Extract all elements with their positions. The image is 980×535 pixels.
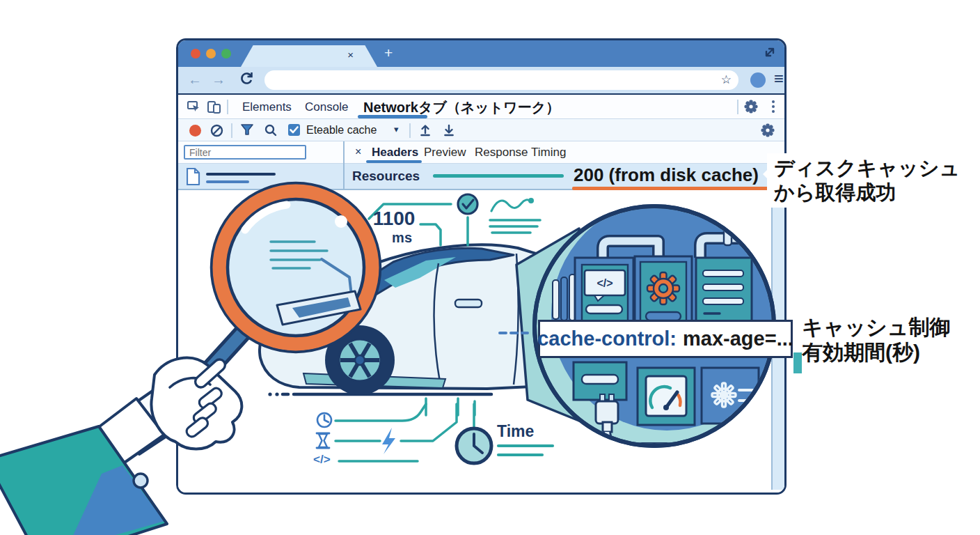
timing-annotation: 1100 ms bbox=[372, 208, 416, 246]
status-from-disk-cache: 200 (from disk cache) bbox=[574, 164, 759, 186]
disk-cache-line1: ディスクキャッシュ bbox=[774, 156, 960, 180]
title-bar: × + bbox=[178, 40, 784, 67]
request-sub-line bbox=[206, 180, 249, 183]
inspect-element-icon[interactable] bbox=[187, 100, 200, 117]
devtools-tab-bar: Elements Console Networkタブ（ネットワーク） bbox=[178, 95, 784, 119]
divider bbox=[737, 100, 738, 114]
note-marker bbox=[793, 352, 802, 373]
address-bar: ← → ☆ ≡ bbox=[178, 67, 784, 95]
divider bbox=[231, 123, 232, 138]
tab-console[interactable]: Console bbox=[305, 100, 348, 114]
filter-input[interactable] bbox=[184, 145, 306, 160]
back-button[interactable]: ← bbox=[188, 72, 202, 88]
dropdown-caret-icon[interactable]: ▾ bbox=[394, 124, 399, 134]
new-tab-button[interactable]: + bbox=[384, 45, 393, 61]
search-icon[interactable] bbox=[264, 124, 277, 139]
traffic-light-yellow[interactable] bbox=[206, 49, 216, 59]
resources-row[interactable]: Resources 200 (from disk cache) bbox=[178, 164, 784, 190]
cache-control-header-box: cache-control: max-age=... bbox=[538, 320, 793, 358]
headers-underline bbox=[366, 160, 422, 163]
divider bbox=[409, 123, 411, 138]
tab-close-icon[interactable]: × bbox=[347, 49, 354, 61]
timing-value: 1100 bbox=[372, 208, 416, 230]
traffic-light-red[interactable] bbox=[191, 49, 200, 59]
divider bbox=[227, 100, 228, 114]
devtools-settings-gear-icon[interactable] bbox=[744, 100, 758, 116]
tab-headers[interactable]: Headers bbox=[372, 146, 418, 160]
record-button[interactable] bbox=[189, 125, 201, 137]
cache-note-line1: キャッシュ制御 bbox=[802, 315, 951, 340]
cache-control-value: max-age=... bbox=[683, 327, 793, 350]
cache-note-line2: 有効期間(秒) bbox=[802, 340, 951, 365]
expand-window-icon[interactable] bbox=[764, 46, 776, 61]
traffic-light-green[interactable] bbox=[221, 49, 231, 59]
disk-cache-annotation: ディスクキャッシュ から取得成功 bbox=[767, 153, 967, 208]
network-settings-gear-icon[interactable] bbox=[761, 123, 775, 140]
filter-funnel-icon[interactable] bbox=[241, 124, 253, 139]
url-input[interactable]: ☆ bbox=[264, 70, 738, 90]
clear-icon[interactable] bbox=[210, 124, 223, 140]
browser-window: × + ← → ☆ ≡ E bbox=[176, 38, 787, 495]
resources-label: Resources bbox=[352, 169, 420, 184]
cache-note-annotation: キャッシュ制御 有効期間(秒) bbox=[802, 315, 951, 365]
bookmark-star-icon[interactable]: ☆ bbox=[721, 72, 732, 87]
active-tab-underline bbox=[358, 115, 427, 118]
export-har-icon[interactable] bbox=[443, 123, 455, 140]
timing-unit: ms bbox=[372, 230, 416, 246]
code-icon: </> bbox=[313, 453, 331, 467]
forward-button[interactable]: → bbox=[212, 72, 226, 88]
tab-timing[interactable]: Timing bbox=[531, 146, 566, 160]
illustration-canvas: × + ← → ☆ ≡ E bbox=[0, 0, 980, 535]
close-request-icon[interactable]: × bbox=[355, 146, 361, 158]
tab-response[interactable]: Response bbox=[475, 146, 528, 160]
reload-button[interactable] bbox=[239, 70, 255, 91]
arm-sleeve bbox=[0, 382, 192, 535]
browser-menu-icon[interactable]: ≡ bbox=[774, 69, 784, 88]
tab-preview[interactable]: Preview bbox=[424, 146, 466, 160]
browser-tab[interactable]: × bbox=[241, 45, 377, 67]
request-name-line bbox=[206, 173, 276, 176]
resources-line bbox=[433, 174, 564, 178]
tab-network[interactable]: Networkタブ（ネットワーク） bbox=[363, 98, 560, 117]
cache-control-key: cache-control: bbox=[537, 327, 677, 350]
more-options-icon[interactable] bbox=[772, 100, 775, 113]
disable-cache-checkbox[interactable] bbox=[288, 124, 300, 136]
disk-cache-line2: から取得成功 bbox=[774, 180, 960, 205]
pane-divider bbox=[343, 141, 345, 190]
tab-elements[interactable]: Elements bbox=[242, 100, 292, 114]
filter-and-panel-tabs-row: × Headers Preview Response Timing bbox=[178, 141, 784, 164]
file-icon bbox=[187, 168, 200, 189]
network-controls-bar: Eteable cache ▾ bbox=[178, 119, 784, 141]
time-label: Time bbox=[497, 422, 534, 441]
import-har-icon[interactable] bbox=[419, 123, 432, 140]
device-toolbar-icon[interactable] bbox=[207, 100, 221, 117]
profile-avatar[interactable] bbox=[750, 72, 766, 88]
disable-cache-label: Eteable cache bbox=[306, 124, 377, 137]
